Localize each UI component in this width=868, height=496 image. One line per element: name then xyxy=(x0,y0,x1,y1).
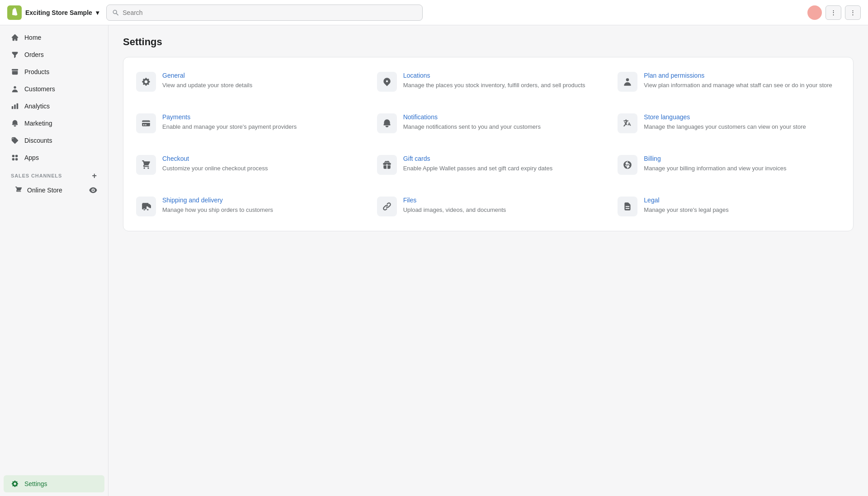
files-text: Files Upload images, videos, and documen… xyxy=(403,197,600,215)
analytics-icon xyxy=(11,102,19,110)
online-store-icon xyxy=(14,186,23,194)
marketing-icon xyxy=(11,119,19,127)
notifications-desc: Manage notifications sent to you and you… xyxy=(403,122,600,131)
sales-channels-label: SALES CHANNELS xyxy=(11,173,62,178)
sidebar-label-products: Products xyxy=(24,68,49,75)
files-icon-box xyxy=(377,197,397,216)
shipping-text: Shipping and delivery Manage how you shi… xyxy=(162,197,359,215)
settings-item-shipping[interactable]: Shipping and delivery Manage how you shi… xyxy=(127,186,368,227)
settings-section: Settings xyxy=(0,468,108,492)
settings-item-legal[interactable]: Legal Manage your store's legal pages xyxy=(609,186,849,227)
gear-icon xyxy=(141,77,151,87)
plan-link: Plan and permissions xyxy=(644,72,840,79)
notifications-link: Notifications xyxy=(403,113,600,121)
legal-text: Legal Manage your store's legal pages xyxy=(644,197,840,215)
settings-item-checkout[interactable]: Checkout Customize your online checkout … xyxy=(127,144,368,186)
sidebar-item-settings[interactable]: Settings xyxy=(4,475,104,492)
translate-icon xyxy=(623,118,632,128)
sidebar-label-apps: Apps xyxy=(24,154,39,161)
sidebar-item-apps[interactable]: Apps xyxy=(4,149,104,166)
settings-item-locations[interactable]: Locations Manage the places you stock in… xyxy=(368,61,609,103)
checkout-icon-box xyxy=(136,155,156,175)
billing-icon-box xyxy=(618,155,637,175)
settings-item-gift-cards[interactable]: Gift cards Enable Apple Wallet passes an… xyxy=(368,144,609,186)
languages-text: Store languages Manage the languages you… xyxy=(644,113,840,131)
giftcards-text: Gift cards Enable Apple Wallet passes an… xyxy=(403,155,600,173)
main-layout: Home Orders Products Customers Analytics… xyxy=(0,25,868,496)
sidebar-item-customers[interactable]: Customers xyxy=(4,80,104,98)
settings-item-notifications[interactable]: Notifications Manage notifications sent … xyxy=(368,103,609,144)
languages-icon-box xyxy=(618,113,637,133)
avatar xyxy=(807,5,822,20)
billing-text: Billing Manage your billing information … xyxy=(644,155,840,173)
online-store-label: Online Store xyxy=(27,187,62,194)
sidebar-item-home[interactable]: Home xyxy=(4,29,104,46)
settings-card: General View and update your store detai… xyxy=(123,57,854,231)
settings-item-payments[interactable]: Payments Enable and manage your store's … xyxy=(127,103,368,144)
sidebar-label-analytics: Analytics xyxy=(24,103,50,110)
settings-item-files[interactable]: Files Upload images, videos, and documen… xyxy=(368,186,609,227)
shipping-icon-box xyxy=(136,197,156,216)
giftcards-link: Gift cards xyxy=(403,155,600,162)
legal-link: Legal xyxy=(644,197,840,204)
dropdown-icon[interactable]: ▾ xyxy=(96,9,99,16)
page-title: Settings xyxy=(123,36,854,48)
topbar-right: ⋮ ⋮ xyxy=(807,5,861,20)
sidebar-label-discounts: Discounts xyxy=(24,137,52,144)
shopify-icon xyxy=(7,5,22,20)
bell-icon xyxy=(382,118,392,128)
general-link: General xyxy=(162,72,359,79)
general-desc: View and update your store details xyxy=(162,81,359,90)
sidebar-item-marketing[interactable]: Marketing xyxy=(4,115,104,132)
shipping-desc: Manage how you ship orders to customers xyxy=(162,206,359,215)
location-icon xyxy=(382,77,392,87)
legal-icon-box xyxy=(618,197,637,216)
checkout-link: Checkout xyxy=(162,155,359,162)
sidebar-item-analytics[interactable]: Analytics xyxy=(4,98,104,115)
paperclip-icon xyxy=(382,201,392,211)
add-sales-channel-button[interactable]: + xyxy=(92,172,97,180)
products-icon xyxy=(11,68,19,76)
plan-text: Plan and permissions View plan informati… xyxy=(644,72,840,90)
giftcards-icon-box xyxy=(377,155,397,175)
sidebar-item-products[interactable]: Products xyxy=(4,63,104,80)
store-logo[interactable]: Exciting Store Sample ▾ xyxy=(7,5,99,20)
sidebar-item-orders[interactable]: Orders xyxy=(4,46,104,63)
search-bar[interactable] xyxy=(106,5,423,21)
locations-link: Locations xyxy=(403,72,600,79)
online-store-left: Online Store xyxy=(14,186,62,194)
settings-item-billing[interactable]: Billing Manage your billing information … xyxy=(609,144,849,186)
gift-icon xyxy=(382,160,392,170)
locations-desc: Manage the places you stock inventory, f… xyxy=(403,81,600,90)
payments-text: Payments Enable and manage your store's … xyxy=(162,113,359,131)
topbar-btn-1[interactable]: ⋮ xyxy=(826,5,841,20)
locations-text: Locations Manage the places you stock in… xyxy=(403,72,600,90)
search-input[interactable] xyxy=(123,9,417,16)
sidebar: Home Orders Products Customers Analytics… xyxy=(0,25,108,496)
orders-icon xyxy=(11,51,19,59)
sidebar-item-discounts[interactable]: Discounts xyxy=(4,132,104,149)
main-content: Settings General View and update your st… xyxy=(108,25,868,496)
payment-icon xyxy=(141,118,151,128)
plan-desc: View plan information and manage what st… xyxy=(644,81,840,90)
settings-item-general[interactable]: General View and update your store detai… xyxy=(127,61,368,103)
sidebar-label-marketing: Marketing xyxy=(24,120,52,127)
plan-icon-box xyxy=(618,72,637,92)
checkout-desc: Customize your online checkout process xyxy=(162,164,359,173)
payments-icon-box xyxy=(136,113,156,133)
sidebar-label-home: Home xyxy=(24,34,41,41)
checkout-text: Checkout Customize your online checkout … xyxy=(162,155,359,173)
eye-icon xyxy=(89,186,97,194)
billing-link: Billing xyxy=(644,155,840,162)
topbar-btn-2[interactable]: ⋮ xyxy=(845,5,861,20)
settings-item-store-languages[interactable]: Store languages Manage the languages you… xyxy=(609,103,849,144)
languages-desc: Manage the languages your customers can … xyxy=(644,122,840,131)
customers-icon xyxy=(11,85,19,93)
sidebar-label-settings: Settings xyxy=(24,480,47,487)
locations-icon-box xyxy=(377,72,397,92)
settings-icon xyxy=(11,480,19,488)
settings-item-plan-permissions[interactable]: Plan and permissions View plan informati… xyxy=(609,61,849,103)
store-name: Exciting Store Sample xyxy=(25,9,92,16)
sidebar-item-online-store[interactable]: Online Store xyxy=(4,182,104,199)
legal-icon xyxy=(623,201,632,211)
